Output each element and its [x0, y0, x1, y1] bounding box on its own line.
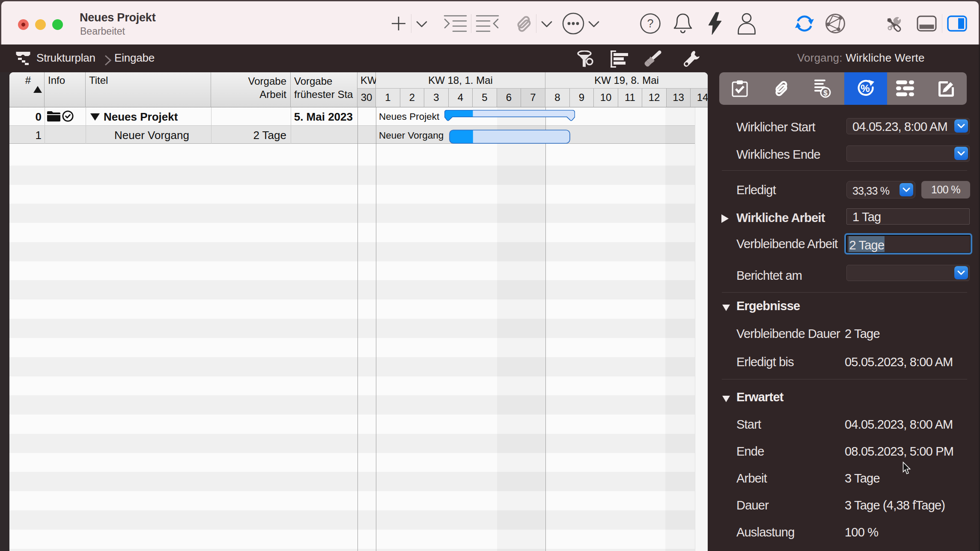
svg-text:?: ? [647, 17, 653, 30]
svg-text:$: $ [823, 89, 828, 97]
svg-text:%: % [861, 83, 870, 94]
